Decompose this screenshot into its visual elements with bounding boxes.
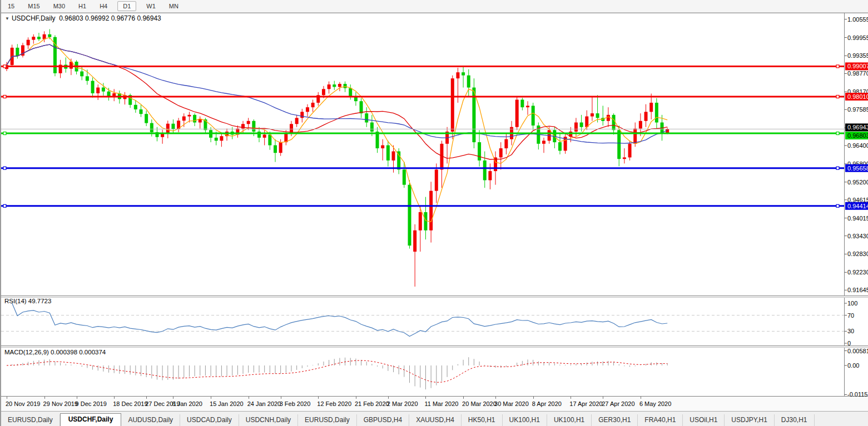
chart-tab-usdcad-daily[interactable]: USDCAD,Daily <box>180 414 239 426</box>
time-tick-mark <box>533 397 534 399</box>
rsi-tick-label: 0 <box>847 340 851 347</box>
time-tick-mark <box>7 397 7 399</box>
time-tick-label: 24 Jan 2020 <box>247 400 281 407</box>
chart-tab-bar: EURUSD,DailyUSDCHF,DailyAUDUSD,DailyUSDC… <box>1 411 868 426</box>
time-tick-label: 8 Apr 2020 <box>532 400 562 407</box>
price-tick-label: 0.99355 <box>847 52 868 59</box>
candle <box>515 97 519 130</box>
time-tick-label: 20 Mar 2020 <box>462 400 497 407</box>
chart-symbol-period: USDCHF,Daily <box>12 14 56 22</box>
timeframe-button-D1[interactable]: D1 <box>117 1 136 11</box>
macd-tick-label: 0.00 <box>847 362 859 369</box>
level-axis-label-0.95658: 0.95658 <box>845 164 868 172</box>
level-axis-label-0.98010: 0.98010 <box>845 93 868 101</box>
chart-tab-ger30-h1[interactable]: GER30,H1 <box>592 414 638 426</box>
price-tick-label: 0.92230 <box>847 269 868 275</box>
time-tick-mark <box>146 397 147 399</box>
timeframe-button-M30[interactable]: M30 <box>48 1 71 11</box>
price-tick-label: 0.98770 <box>847 70 868 77</box>
time-tick-mark <box>114 397 115 399</box>
time-tick-label: 6 Jan 2020 <box>172 400 202 407</box>
time-tick-label: 21 Feb 2020 <box>355 400 389 407</box>
trading-terminal-window: 15M15M30H1H4D1W1MN 1.005550.999550.99355… <box>0 0 868 426</box>
time-tick-label: 20 Nov 2019 <box>6 400 40 407</box>
chart-tab-xauusd-h4[interactable]: XAUUSD,H4 <box>409 414 462 426</box>
chart-dropdown-icon[interactable]: ▼ <box>5 16 9 21</box>
time-tick-mark <box>463 397 464 399</box>
time-tick-label: 18 Dec 2019 <box>113 400 147 407</box>
chart-tab-uk100-h1[interactable]: UK100,H1 <box>547 414 592 426</box>
svg-text:0.96943: 0.96943 <box>847 124 868 131</box>
time-tick-label: 9 Dec 2019 <box>76 400 107 407</box>
time-tick-label: 15 Jan 2020 <box>210 400 244 407</box>
macd-indicator-label: MACD(12,26,9) 0.000398 0.000374 <box>4 349 106 355</box>
svg-text:0.98010: 0.98010 <box>847 93 868 100</box>
price-tick-label: 0.96400 <box>847 142 868 149</box>
timeframe-button-H4[interactable]: H4 <box>94 1 113 11</box>
time-tick-label: 11 Mar 2020 <box>424 400 458 407</box>
time-tick-mark <box>603 397 603 399</box>
rsi-indicator-label: RSI(14) 49.7723 <box>4 298 51 304</box>
time-tick-label: 12 Feb 2020 <box>317 400 351 407</box>
price-tick-label: 0.93430 <box>847 233 868 239</box>
chart-tab-eurusd-daily[interactable]: EURUSD,Daily <box>1 414 60 426</box>
time-tick-label: 30 Mar 2020 <box>494 400 529 407</box>
chart-tab-audusd-daily[interactable]: AUDUSD,Daily <box>121 414 180 426</box>
time-tick-label: 17 Apr 2020 <box>569 400 602 407</box>
chart-tab-usdcnh-daily[interactable]: USDCNH,Daily <box>239 414 298 426</box>
chart-tab-uk100-h1[interactable]: UK100,H1 <box>503 414 547 426</box>
chart-tab-gbpusd-h4[interactable]: GBPUSD,H4 <box>357 414 409 426</box>
chart-tab-usdchf-daily[interactable]: USDCHF,Daily <box>60 413 122 426</box>
price-tick-label: 0.99955 <box>847 34 868 41</box>
chart-tab-usdjpy-h1[interactable]: USDJPY,H1 <box>725 414 774 426</box>
svg-text:0.96803: 0.96803 <box>847 132 868 139</box>
time-tick-label: 27 Apr 2020 <box>602 400 634 407</box>
time-tick-label: 3 Feb 2020 <box>280 400 311 407</box>
time-tick-mark <box>356 397 356 399</box>
price-tick-label: 0.94015 <box>847 215 868 222</box>
price-tick-label: 0.91645 <box>847 287 868 293</box>
chart-tab-usoil-h1[interactable]: USOil,H1 <box>683 414 725 426</box>
timeframe-button-H1[interactable]: H1 <box>73 1 92 11</box>
chart-title: ▼USDCHF,Daily 0.96803 0.96992 0.96776 0.… <box>5 14 161 22</box>
candle <box>53 35 57 76</box>
time-tick-mark <box>318 397 319 399</box>
chart-tab-hk50-h1[interactable]: HK50,H1 <box>462 414 503 426</box>
time-tick-mark <box>249 397 249 399</box>
chart-background <box>1 12 868 397</box>
time-tick-label: 2 Mar 2020 <box>387 400 418 407</box>
level-axis-label-0.96803: 0.96803 <box>845 132 868 139</box>
candle <box>451 76 454 139</box>
price-tick-label: 0.92830 <box>847 250 868 257</box>
chart-tab-fra40-h1[interactable]: FRA40,H1 <box>638 414 683 426</box>
chart-canvas[interactable]: 1.005550.999550.993550.987700.981700.975… <box>1 0 868 426</box>
chart-tab-eurusd-daily[interactable]: EURUSD,Daily <box>298 414 357 426</box>
rsi-tick-label: 100 <box>847 300 857 307</box>
chart-ohlc-values: 0.96803 0.96992 0.96776 0.96943 <box>56 14 161 22</box>
rsi-tick-label: 70 <box>847 312 854 319</box>
chart-tab-dj30-h1[interactable]: DJ30,H1 <box>775 414 815 426</box>
level-axis-label-0.99007: 0.99007 <box>845 62 868 70</box>
candle <box>472 78 475 148</box>
timeframe-button-15[interactable]: 15 <box>2 1 20 11</box>
time-tick-mark <box>641 397 641 399</box>
time-tick-label: 6 May 2020 <box>639 400 671 407</box>
timeframe-button-MN[interactable]: MN <box>163 1 184 11</box>
price-tick-label: 0.95200 <box>847 179 868 186</box>
svg-text:0.99007: 0.99007 <box>847 63 868 69</box>
price-tick-label: 0.97585 <box>847 106 868 113</box>
price-tick-label: 1.00555 <box>847 16 868 23</box>
time-tick-mark <box>571 397 571 399</box>
macd-tick-label: 0.005818 <box>847 348 868 354</box>
time-axis[interactable]: 20 Nov 201929 Nov 20199 Dec 201918 Dec 2… <box>1 397 868 411</box>
time-tick-label: 29 Nov 2019 <box>43 400 78 407</box>
candle <box>11 44 14 67</box>
candle <box>408 180 411 248</box>
timeframe-button-W1[interactable]: W1 <box>141 1 161 11</box>
rsi-tick-label: 30 <box>847 328 854 334</box>
svg-text:0.94414: 0.94414 <box>847 203 868 209</box>
time-tick-mark <box>281 397 281 399</box>
time-tick-mark <box>77 397 77 399</box>
timeframe-button-M15[interactable]: M15 <box>22 1 45 11</box>
time-tick-mark <box>388 397 389 399</box>
